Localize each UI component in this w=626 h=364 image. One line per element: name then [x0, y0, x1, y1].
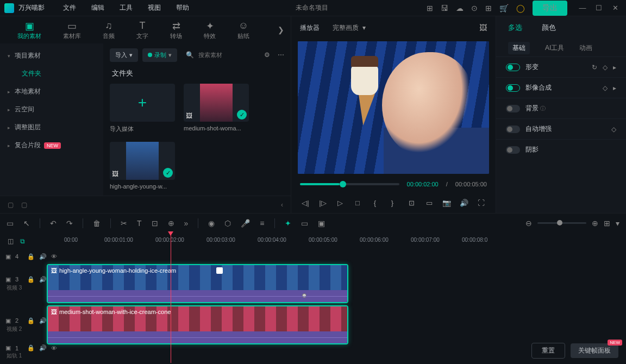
- mark-in-button[interactable]: {: [367, 195, 383, 210]
- crop-tool-icon[interactable]: ⊡: [152, 219, 158, 228]
- close-button[interactable]: ✕: [609, 4, 622, 12]
- search-input[interactable]: [198, 52, 253, 58]
- timeline-clip[interactable]: 🖼medium-shot-woman-with-ice-cream-cone: [47, 305, 348, 344]
- chevron-right-icon[interactable]: ▸: [613, 64, 616, 71]
- lock-icon[interactable]: 🔒: [27, 253, 35, 260]
- toggle-enhance[interactable]: [506, 125, 520, 133]
- display-icon[interactable]: ▭: [422, 195, 437, 210]
- playhead[interactable]: [171, 233, 171, 363]
- redo-icon[interactable]: ↷: [66, 219, 73, 228]
- maximize-button[interactable]: ☐: [592, 4, 605, 12]
- inspector-tab-multi[interactable]: 多选: [508, 23, 522, 33]
- select-tool-icon[interactable]: ▭: [7, 219, 14, 228]
- filter-icon[interactable]: ⚙: [264, 51, 270, 59]
- text-icon[interactable]: T: [137, 219, 142, 228]
- chevron-right-icon[interactable]: ▸: [613, 84, 616, 92]
- tab-my-media[interactable]: ▣我的素材: [7, 20, 52, 40]
- sidebar-folder[interactable]: 文件夹: [0, 65, 103, 83]
- lock-icon[interactable]: 🔒: [27, 344, 35, 352]
- reset-icon[interactable]: ↻: [592, 64, 597, 71]
- play-reverse-button[interactable]: |▷: [315, 195, 330, 210]
- user-icon[interactable]: ◯: [516, 4, 525, 12]
- prev-frame-button[interactable]: ◁|: [298, 195, 313, 210]
- new-bin-icon[interactable]: ▢: [21, 201, 27, 209]
- fullscreen-icon[interactable]: ⛶: [474, 195, 489, 210]
- keyframe-icon[interactable]: ◇: [603, 64, 608, 71]
- menu-edit[interactable]: 编辑: [84, 3, 112, 12]
- lock-icon[interactable]: 🔒: [27, 276, 35, 283]
- tab-audio[interactable]: ♫音频: [92, 20, 126, 40]
- toggle-transform[interactable]: [506, 64, 520, 71]
- menu-file[interactable]: 文件: [55, 3, 84, 12]
- help-icon[interactable]: ⓘ: [540, 105, 546, 111]
- timeline-ruler[interactable]: 00:00 00:00:01:00 00:00:02:00 00:00:03:0…: [63, 233, 626, 250]
- inspector-tab-color[interactable]: 颜色: [542, 23, 556, 33]
- cart-icon[interactable]: 🛒: [499, 4, 509, 12]
- clip-marker[interactable]: [216, 267, 223, 274]
- zoom-out-icon[interactable]: ⊖: [525, 219, 532, 228]
- cloud-icon[interactable]: ☁: [456, 4, 464, 12]
- lock-icon[interactable]: 🔒: [27, 317, 35, 324]
- aspect-icon[interactable]: ▣: [318, 219, 325, 228]
- crop-icon[interactable]: ⊡: [404, 195, 420, 210]
- stop-button[interactable]: □: [350, 195, 365, 210]
- keyframe-icon[interactable]: ◇: [603, 84, 608, 92]
- player-preview[interactable]: [298, 41, 489, 174]
- volume-icon[interactable]: 🔊: [456, 195, 472, 210]
- snapshot-icon[interactable]: 🖼: [479, 23, 487, 32]
- frame-icon[interactable]: ▭: [301, 219, 308, 228]
- speed-icon[interactable]: ◉: [208, 219, 215, 228]
- quality-dropdown[interactable]: 完整画质 ▾: [333, 23, 366, 33]
- mute-icon[interactable]: 🔊: [39, 276, 47, 283]
- export-button[interactable]: 导出: [533, 1, 567, 16]
- mute-icon[interactable]: 🔊: [39, 344, 47, 352]
- undo-icon[interactable]: ↶: [50, 219, 57, 228]
- magnet-icon[interactable]: ⧉: [20, 237, 25, 245]
- tabs-more-icon[interactable]: ❯: [278, 26, 284, 34]
- camera-icon[interactable]: 📷: [439, 195, 454, 210]
- delete-icon[interactable]: 🗑: [93, 219, 101, 228]
- play-button[interactable]: ▷: [333, 195, 348, 210]
- menu-tools[interactable]: 工具: [112, 3, 140, 12]
- tab-stock[interactable]: ▭素材库: [52, 20, 92, 40]
- ai-tool-icon[interactable]: ✦: [285, 219, 291, 228]
- zoom-slider[interactable]: [537, 222, 586, 224]
- media-card[interactable]: 🖼✓ high-angle-young-w...: [110, 142, 175, 190]
- timeline-clip[interactable]: 🖼high-angle-young-woman-holding-ice-crea…: [47, 264, 348, 303]
- subtab-ai[interactable]: AI工具: [545, 43, 564, 53]
- mark-out-button[interactable]: }: [385, 195, 400, 210]
- list-icon[interactable]: ≡: [260, 219, 264, 228]
- sort-icon[interactable]: ⋯: [278, 51, 284, 59]
- grid-view-icon[interactable]: ⊞: [604, 219, 610, 228]
- more-tools-icon[interactable]: »: [184, 219, 189, 228]
- device-icon[interactable]: ⊞: [427, 4, 433, 12]
- tab-transition[interactable]: ⇄转场: [159, 20, 193, 40]
- sidebar-project-media[interactable]: ▾项目素材: [0, 47, 103, 65]
- mute-icon[interactable]: 🔊: [39, 317, 47, 324]
- record-button[interactable]: 录制▾: [142, 48, 177, 62]
- cursor-tool-icon[interactable]: ↖: [23, 219, 30, 228]
- import-card[interactable]: + 导入媒体: [110, 84, 175, 133]
- save-icon[interactable]: 🖫: [441, 4, 448, 12]
- media-card[interactable]: 🖼✓ medium-shot-woma...: [184, 84, 249, 133]
- headset-icon[interactable]: ⊙: [471, 4, 478, 12]
- mute-icon[interactable]: 🔊: [39, 253, 47, 260]
- tab-effects[interactable]: ✦特效: [193, 20, 227, 40]
- subtab-basic[interactable]: 基础: [508, 42, 530, 54]
- import-button[interactable]: 导入▾: [110, 48, 138, 62]
- cut-icon[interactable]: ✂: [121, 219, 127, 228]
- toggle-background[interactable]: [506, 105, 520, 112]
- timeline-mode-icon[interactable]: ◫: [8, 237, 14, 245]
- eye-icon[interactable]: 👁: [51, 345, 57, 352]
- subtab-animation[interactable]: 动画: [579, 43, 592, 53]
- tab-text[interactable]: T文字: [126, 20, 159, 40]
- menu-help[interactable]: 帮助: [168, 3, 197, 12]
- apps-icon[interactable]: ⊞: [485, 4, 492, 12]
- link-icon[interactable]: ⊕: [168, 219, 174, 228]
- sidebar-compound[interactable]: ▸复合片段NEW: [0, 136, 103, 154]
- menu-view[interactable]: 视图: [140, 3, 168, 12]
- sidebar-adjust[interactable]: ▸调整图层: [0, 118, 103, 136]
- collapse-sidebar-icon[interactable]: ‹: [281, 201, 283, 209]
- keyframe-icon[interactable]: ◇: [611, 125, 616, 133]
- toggle-shadow[interactable]: [506, 146, 520, 154]
